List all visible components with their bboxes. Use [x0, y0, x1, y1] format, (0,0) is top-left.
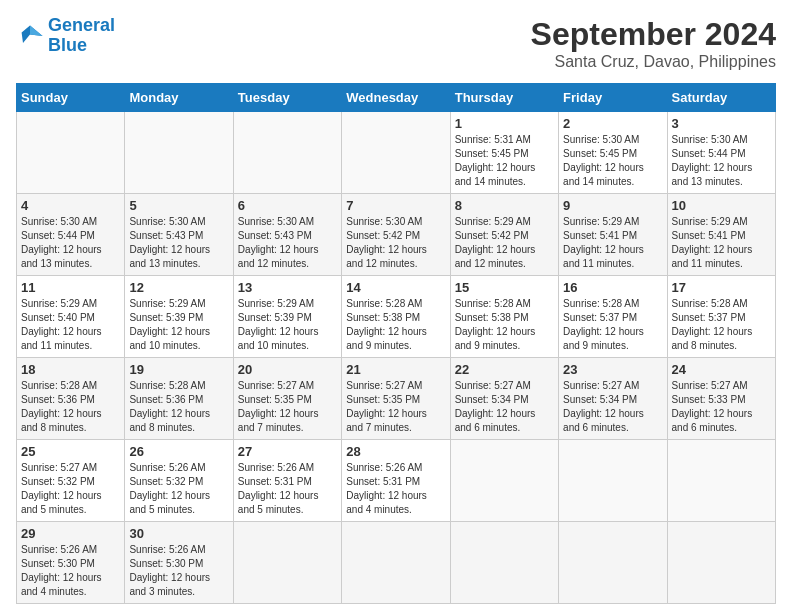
title-block: September 2024 Santa Cruz, Davao, Philip…: [531, 16, 776, 71]
page-header: General Blue September 2024 Santa Cruz, …: [16, 16, 776, 71]
calendar-cell: [17, 112, 125, 194]
logo-text: General Blue: [48, 16, 115, 56]
calendar-cell: [667, 440, 775, 522]
calendar-table: SundayMondayTuesdayWednesdayThursdayFrid…: [16, 83, 776, 604]
day-info: Sunrise: 5:28 AMSunset: 5:38 PMDaylight:…: [455, 297, 554, 353]
day-info: Sunrise: 5:29 AMSunset: 5:41 PMDaylight:…: [672, 215, 771, 271]
calendar-cell: 13Sunrise: 5:29 AMSunset: 5:39 PMDayligh…: [233, 276, 341, 358]
day-number: 28: [346, 444, 445, 459]
calendar-cell: [450, 522, 558, 604]
day-number: 12: [129, 280, 228, 295]
calendar-cell: 2Sunrise: 5:30 AMSunset: 5:45 PMDaylight…: [559, 112, 667, 194]
calendar-cell: 3Sunrise: 5:30 AMSunset: 5:44 PMDaylight…: [667, 112, 775, 194]
day-number: 25: [21, 444, 120, 459]
day-info: Sunrise: 5:28 AMSunset: 5:37 PMDaylight:…: [672, 297, 771, 353]
day-header-tuesday: Tuesday: [233, 84, 341, 112]
day-info: Sunrise: 5:30 AMSunset: 5:43 PMDaylight:…: [129, 215, 228, 271]
day-info: Sunrise: 5:30 AMSunset: 5:42 PMDaylight:…: [346, 215, 445, 271]
day-number: 5: [129, 198, 228, 213]
day-number: 26: [129, 444, 228, 459]
day-number: 22: [455, 362, 554, 377]
day-number: 17: [672, 280, 771, 295]
calendar-cell: 9Sunrise: 5:29 AMSunset: 5:41 PMDaylight…: [559, 194, 667, 276]
day-info: Sunrise: 5:29 AMSunset: 5:39 PMDaylight:…: [238, 297, 337, 353]
day-number: 3: [672, 116, 771, 131]
day-header-thursday: Thursday: [450, 84, 558, 112]
logo-icon: [16, 22, 44, 50]
day-number: 9: [563, 198, 662, 213]
calendar-cell: [667, 522, 775, 604]
calendar-cell: 30Sunrise: 5:26 AMSunset: 5:30 PMDayligh…: [125, 522, 233, 604]
day-info: Sunrise: 5:29 AMSunset: 5:40 PMDaylight:…: [21, 297, 120, 353]
calendar-cell: [125, 112, 233, 194]
day-info: Sunrise: 5:27 AMSunset: 5:32 PMDaylight:…: [21, 461, 120, 517]
day-info: Sunrise: 5:26 AMSunset: 5:30 PMDaylight:…: [129, 543, 228, 599]
calendar-cell: 23Sunrise: 5:27 AMSunset: 5:34 PMDayligh…: [559, 358, 667, 440]
day-header-saturday: Saturday: [667, 84, 775, 112]
day-info: Sunrise: 5:30 AMSunset: 5:44 PMDaylight:…: [21, 215, 120, 271]
day-number: 19: [129, 362, 228, 377]
calendar-cell: 18Sunrise: 5:28 AMSunset: 5:36 PMDayligh…: [17, 358, 125, 440]
day-info: Sunrise: 5:26 AMSunset: 5:30 PMDaylight:…: [21, 543, 120, 599]
day-info: Sunrise: 5:26 AMSunset: 5:32 PMDaylight:…: [129, 461, 228, 517]
day-number: 18: [21, 362, 120, 377]
svg-marker-1: [30, 25, 43, 36]
day-number: 13: [238, 280, 337, 295]
day-number: 7: [346, 198, 445, 213]
calendar-cell: 24Sunrise: 5:27 AMSunset: 5:33 PMDayligh…: [667, 358, 775, 440]
calendar-cell: 15Sunrise: 5:28 AMSunset: 5:38 PMDayligh…: [450, 276, 558, 358]
calendar-cell: 25Sunrise: 5:27 AMSunset: 5:32 PMDayligh…: [17, 440, 125, 522]
calendar-cell: [342, 522, 450, 604]
calendar-cell: 10Sunrise: 5:29 AMSunset: 5:41 PMDayligh…: [667, 194, 775, 276]
day-header-wednesday: Wednesday: [342, 84, 450, 112]
calendar-cell: [559, 440, 667, 522]
day-info: Sunrise: 5:27 AMSunset: 5:35 PMDaylight:…: [346, 379, 445, 435]
day-number: 27: [238, 444, 337, 459]
day-number: 29: [21, 526, 120, 541]
day-number: 10: [672, 198, 771, 213]
calendar-cell: 26Sunrise: 5:26 AMSunset: 5:32 PMDayligh…: [125, 440, 233, 522]
day-number: 15: [455, 280, 554, 295]
day-info: Sunrise: 5:29 AMSunset: 5:41 PMDaylight:…: [563, 215, 662, 271]
calendar-cell: 8Sunrise: 5:29 AMSunset: 5:42 PMDaylight…: [450, 194, 558, 276]
day-number: 20: [238, 362, 337, 377]
day-info: Sunrise: 5:30 AMSunset: 5:43 PMDaylight:…: [238, 215, 337, 271]
day-number: 2: [563, 116, 662, 131]
day-number: 8: [455, 198, 554, 213]
calendar-cell: 16Sunrise: 5:28 AMSunset: 5:37 PMDayligh…: [559, 276, 667, 358]
calendar-cell: [233, 522, 341, 604]
day-number: 6: [238, 198, 337, 213]
day-info: Sunrise: 5:27 AMSunset: 5:34 PMDaylight:…: [455, 379, 554, 435]
calendar-cell: 6Sunrise: 5:30 AMSunset: 5:43 PMDaylight…: [233, 194, 341, 276]
calendar-cell: [559, 522, 667, 604]
day-info: Sunrise: 5:27 AMSunset: 5:33 PMDaylight:…: [672, 379, 771, 435]
day-number: 11: [21, 280, 120, 295]
logo: General Blue: [16, 16, 115, 56]
day-number: 21: [346, 362, 445, 377]
calendar-cell: [233, 112, 341, 194]
calendar-cell: 4Sunrise: 5:30 AMSunset: 5:44 PMDaylight…: [17, 194, 125, 276]
calendar-cell: 7Sunrise: 5:30 AMSunset: 5:42 PMDaylight…: [342, 194, 450, 276]
day-number: 14: [346, 280, 445, 295]
calendar-cell: 19Sunrise: 5:28 AMSunset: 5:36 PMDayligh…: [125, 358, 233, 440]
day-info: Sunrise: 5:30 AMSunset: 5:44 PMDaylight:…: [672, 133, 771, 189]
calendar-cell: 17Sunrise: 5:28 AMSunset: 5:37 PMDayligh…: [667, 276, 775, 358]
day-info: Sunrise: 5:28 AMSunset: 5:36 PMDaylight:…: [129, 379, 228, 435]
day-header-monday: Monday: [125, 84, 233, 112]
day-header-sunday: Sunday: [17, 84, 125, 112]
calendar-cell: 1Sunrise: 5:31 AMSunset: 5:45 PMDaylight…: [450, 112, 558, 194]
calendar-cell: 29Sunrise: 5:26 AMSunset: 5:30 PMDayligh…: [17, 522, 125, 604]
calendar-cell: 11Sunrise: 5:29 AMSunset: 5:40 PMDayligh…: [17, 276, 125, 358]
calendar-cell: 27Sunrise: 5:26 AMSunset: 5:31 PMDayligh…: [233, 440, 341, 522]
calendar-cell: [342, 112, 450, 194]
day-info: Sunrise: 5:26 AMSunset: 5:31 PMDaylight:…: [346, 461, 445, 517]
day-number: 30: [129, 526, 228, 541]
day-number: 1: [455, 116, 554, 131]
day-number: 16: [563, 280, 662, 295]
day-number: 23: [563, 362, 662, 377]
day-number: 24: [672, 362, 771, 377]
day-info: Sunrise: 5:30 AMSunset: 5:45 PMDaylight:…: [563, 133, 662, 189]
day-info: Sunrise: 5:28 AMSunset: 5:37 PMDaylight:…: [563, 297, 662, 353]
day-number: 4: [21, 198, 120, 213]
day-info: Sunrise: 5:28 AMSunset: 5:38 PMDaylight:…: [346, 297, 445, 353]
